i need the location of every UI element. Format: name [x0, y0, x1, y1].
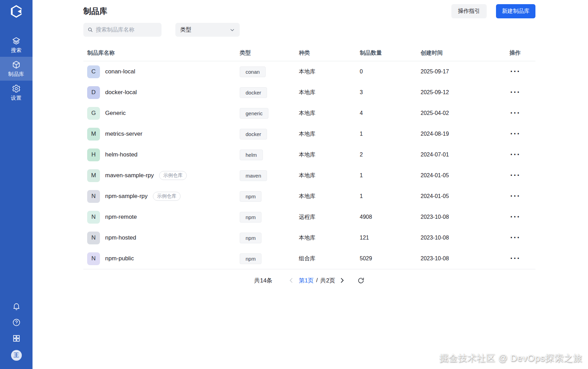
- repo-name: npm-hosted: [105, 234, 136, 241]
- watermark: 掘金技术社区 @ DevOps探索之旅: [439, 352, 582, 364]
- repo-name: npm-remote: [105, 214, 137, 220]
- sidebar-item-label: 搜索: [11, 47, 22, 54]
- repo-type-cell: helm: [240, 150, 299, 160]
- repo-created: 2025-04-02: [421, 110, 509, 116]
- table-row[interactable]: N npm-sample-rpy 示例仓库 npm 本地库 1 2024-01-…: [83, 186, 535, 207]
- notification-bell-icon[interactable]: [12, 302, 21, 311]
- refresh-icon[interactable]: [357, 277, 365, 284]
- column-header-type: 类型: [240, 50, 299, 57]
- pagination: 共14条 第1页 / 共2页: [83, 274, 535, 287]
- help-icon[interactable]: [12, 318, 21, 327]
- user-avatar[interactable]: 王: [11, 350, 22, 361]
- repo-kind: 本地库: [299, 68, 360, 75]
- sidebar-item-search[interactable]: 搜索: [0, 33, 33, 57]
- table-row[interactable]: H helm-hosted helm 本地库 2 2024-07-01 ···: [83, 144, 535, 165]
- table-row[interactable]: D docker-local docker 本地库 3 2025-09-12 ·…: [83, 82, 535, 103]
- repo-created: 2025-09-17: [421, 69, 509, 75]
- row-actions-button[interactable]: ···: [509, 68, 521, 74]
- repo-name-cell: C conan-local: [83, 65, 240, 78]
- search-input[interactable]: [96, 27, 157, 33]
- table-row[interactable]: M maven-sample-rpy 示例仓库 maven 本地库 1 2024…: [83, 165, 535, 186]
- row-actions-button[interactable]: ···: [509, 255, 521, 261]
- sidebar: 搜索 制品库 设置: [0, 0, 33, 369]
- row-actions-button[interactable]: ···: [509, 214, 521, 220]
- sidebar-nav: 搜索 制品库 设置: [0, 33, 33, 105]
- repo-name-cell: N npm-public: [83, 252, 240, 265]
- table-row[interactable]: N npm-public npm 组合库 5029 2023-10-08 ···: [83, 248, 535, 269]
- user-avatar-text: 王: [14, 352, 19, 359]
- repo-avatar: M: [87, 169, 100, 182]
- repo-type-tag: npm: [240, 253, 261, 264]
- repo-name: npm-sample-rpy: [105, 193, 148, 200]
- repo-type-tag: npm: [240, 212, 261, 223]
- row-actions-button[interactable]: ···: [509, 172, 521, 178]
- repo-avatar: C: [87, 65, 100, 78]
- row-actions-button[interactable]: ···: [509, 110, 521, 116]
- row-actions-button[interactable]: ···: [509, 151, 521, 158]
- row-actions-button[interactable]: ···: [509, 193, 521, 199]
- repo-actions-cell: ···: [509, 110, 535, 117]
- type-filter-select[interactable]: 类型: [175, 23, 240, 37]
- table-row[interactable]: N npm-hosted npm 本地库 121 2023-10-08 ···: [83, 227, 535, 248]
- repo-avatar: M: [87, 128, 100, 141]
- sidebar-bottom: 王: [11, 302, 22, 361]
- table-row[interactable]: N npm-remote npm 远程库 4908 2023-10-08 ···: [83, 207, 535, 227]
- table-row[interactable]: C conan-local conan 本地库 0 2025-09-17 ···: [83, 61, 535, 82]
- repo-count: 1: [360, 172, 421, 179]
- repo-kind: 远程库: [299, 214, 360, 221]
- repo-count: 5029: [360, 255, 421, 262]
- repo-actions-cell: ···: [509, 130, 535, 138]
- repo-kind: 本地库: [299, 193, 360, 200]
- repo-type-tag: docker: [240, 87, 267, 98]
- repo-type-tag: npm: [240, 233, 261, 243]
- column-header-kind: 种类: [299, 50, 360, 57]
- repo-created: 2023-10-08: [421, 255, 509, 262]
- previous-page-icon[interactable]: [288, 277, 295, 284]
- repo-name: maven-sample-rpy: [105, 172, 154, 179]
- repo-name-cell: H helm-hosted: [83, 148, 240, 161]
- table-body: C conan-local conan 本地库 0 2025-09-17 ···…: [83, 61, 535, 269]
- repo-kind: 本地库: [299, 172, 360, 179]
- pagination-separator: /: [316, 277, 318, 284]
- row-actions-button[interactable]: ···: [509, 89, 521, 95]
- package-cube-icon: [12, 60, 21, 69]
- repo-type-tag: generic: [240, 108, 268, 119]
- repo-type-cell: npm: [240, 233, 299, 243]
- repo-count: 0: [360, 69, 421, 75]
- repo-type-cell: docker: [240, 87, 299, 98]
- repo-kind: 本地库: [299, 151, 360, 159]
- repo-name-cell: M metrics-server: [83, 128, 240, 141]
- gear-icon: [12, 84, 21, 93]
- sidebar-item-settings[interactable]: 设置: [0, 81, 33, 105]
- create-repo-button[interactable]: 新建制品库: [496, 4, 535, 18]
- layers-icon: [12, 36, 21, 45]
- repo-avatar: H: [87, 148, 100, 161]
- repo-avatar: N: [87, 211, 100, 224]
- repo-name-cell: N npm-sample-rpy 示例仓库: [83, 190, 240, 203]
- sidebar-item-label: 制品库: [8, 71, 25, 78]
- repo-name-cell: D docker-local: [83, 86, 240, 99]
- repo-type-tag: npm: [240, 191, 261, 202]
- repo-count: 4908: [360, 214, 421, 220]
- app-logo[interactable]: [9, 4, 23, 18]
- repo-type-tag: conan: [240, 66, 266, 77]
- repo-created: 2024-01-05: [421, 172, 509, 179]
- repo-kind: 本地库: [299, 89, 360, 96]
- current-page-link[interactable]: 第1页: [299, 277, 314, 285]
- repo-name-cell: M maven-sample-rpy 示例仓库: [83, 169, 240, 182]
- row-actions-button[interactable]: ···: [509, 130, 521, 137]
- repo-avatar: G: [87, 107, 100, 120]
- next-page-icon[interactable]: [339, 277, 346, 284]
- header-actions: 操作指引 新建制品库: [451, 4, 535, 18]
- table-row[interactable]: M metrics-server docker 本地库 1 2024-08-19…: [83, 124, 535, 144]
- sidebar-item-artifacts[interactable]: 制品库: [0, 57, 33, 81]
- search-box: [83, 23, 162, 37]
- apps-grid-icon[interactable]: [12, 334, 21, 343]
- page-title: 制品库: [83, 6, 107, 17]
- repo-created: 2025-09-12: [421, 89, 509, 96]
- repo-count: 4: [360, 110, 421, 116]
- row-actions-button[interactable]: ···: [509, 234, 521, 241]
- table-row[interactable]: G Generic generic 本地库 4 2025-04-02 ···: [83, 103, 535, 124]
- guide-button[interactable]: 操作指引: [451, 4, 487, 18]
- repo-type-cell: npm: [240, 253, 299, 264]
